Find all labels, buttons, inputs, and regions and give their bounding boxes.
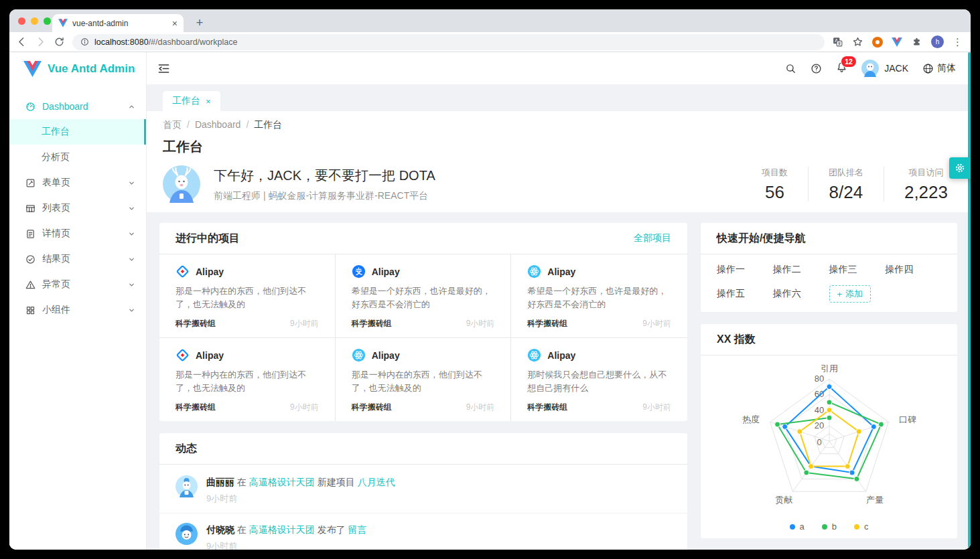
new-tab-button[interactable]: + bbox=[192, 15, 208, 31]
breadcrumb-item-首页[interactable]: 首页 bbox=[163, 119, 182, 131]
sidebar-item-dashboard[interactable]: Dashboard bbox=[9, 94, 146, 119]
site-info-icon[interactable] bbox=[80, 37, 89, 46]
add-operation-button[interactable]: +添加 bbox=[829, 285, 871, 303]
projects-card-header: 进行中的项目 全部项目 bbox=[159, 223, 687, 254]
sidebar-subitem-工作台[interactable]: 工作台 bbox=[9, 119, 146, 145]
extension-orange-icon[interactable] bbox=[872, 37, 883, 48]
scrollbar-thumb[interactable] bbox=[968, 52, 971, 548]
quick-op-link[interactable]: 操作二 bbox=[773, 264, 829, 276]
table-icon bbox=[25, 204, 36, 214]
quick-op-link[interactable]: 操作四 bbox=[885, 264, 941, 276]
alipay-icon bbox=[352, 264, 366, 278]
close-window-button[interactable] bbox=[18, 17, 25, 25]
project-card[interactable]: Alipay那是一种内在的东西，他们到达不了，也无法触及的科学搬砖组9小时前 bbox=[159, 338, 336, 421]
sidebar-item-group-1[interactable]: 表单页 bbox=[9, 170, 146, 195]
project-group-link[interactable]: 科学搬砖组 bbox=[176, 318, 216, 329]
sidebar-item-label: 列表页 bbox=[42, 202, 70, 214]
project-description: 那是一种内在的东西，他们到达不了，也无法触及的 bbox=[176, 368, 319, 395]
project-group-link[interactable]: 科学搬砖组 bbox=[527, 318, 567, 329]
quick-op-link[interactable]: 操作六 bbox=[773, 288, 829, 300]
browser-profile-avatar[interactable]: h bbox=[931, 35, 944, 48]
search-icon[interactable] bbox=[785, 63, 796, 74]
sidebar-item-group-2[interactable]: 列表页 bbox=[9, 195, 146, 221]
activity-link[interactable]: 八月迭代 bbox=[358, 477, 395, 487]
add-operation-label: 添加 bbox=[845, 288, 863, 300]
radar-card-header: XX 指数 bbox=[701, 324, 957, 355]
quick-op-link[interactable]: 操作三 bbox=[829, 264, 886, 276]
activity-time: 9小时前 bbox=[206, 493, 395, 505]
project-group-link[interactable]: 科学搬砖组 bbox=[352, 318, 392, 329]
project-card[interactable]: Alipay那是一种内在的东西，他们到达不了，也无法触及的科学搬砖组9小时前 bbox=[336, 338, 512, 421]
activity-card-title: 动态 bbox=[176, 442, 197, 456]
minimize-window-button[interactable] bbox=[31, 17, 38, 25]
project-group-link[interactable]: 科学搬砖组 bbox=[352, 402, 392, 413]
project-footer: 科学搬砖组9小时前 bbox=[527, 318, 671, 329]
forward-icon[interactable] bbox=[35, 36, 46, 48]
project-name: Alipay bbox=[547, 266, 575, 277]
legend-item-a[interactable]: a bbox=[790, 522, 804, 532]
project-name: Alipay bbox=[372, 266, 400, 277]
activity-link[interactable]: 留言 bbox=[348, 524, 367, 535]
project-name-row: Alipay bbox=[352, 348, 495, 362]
breadcrumb-item-Dashboard[interactable]: Dashboard bbox=[195, 119, 241, 131]
user-menu[interactable]: JACK bbox=[861, 60, 908, 77]
sidebar-item-group-4[interactable]: 结果页 bbox=[9, 246, 146, 272]
app-header: 12 JACK 简体 bbox=[147, 52, 971, 84]
vue-devtools-icon[interactable] bbox=[892, 37, 902, 47]
browser-tab-title: vue-antd-admin bbox=[72, 19, 167, 28]
activity-link[interactable]: 高逼格设计天团 bbox=[249, 524, 315, 535]
extensions-puzzle-icon[interactable] bbox=[911, 36, 922, 48]
browser-menu-icon[interactable]: ⋮ bbox=[953, 37, 963, 47]
all-projects-link[interactable]: 全部项目 bbox=[634, 232, 671, 244]
notification-badge: 12 bbox=[841, 56, 856, 68]
warning-icon bbox=[25, 280, 36, 290]
radar-axis-label: 热度 bbox=[742, 414, 760, 424]
project-name-row: Alipay bbox=[527, 348, 671, 362]
browser-tab[interactable]: vue-antd-admin × bbox=[52, 14, 184, 32]
project-group-link[interactable]: 科学搬砖组 bbox=[176, 402, 216, 413]
sidebar-item-group-5[interactable]: 异常页 bbox=[9, 272, 146, 297]
theme-settings-button[interactable] bbox=[949, 157, 971, 179]
bookmark-star-icon[interactable] bbox=[852, 36, 863, 48]
project-description: 那是一种内在的东西，他们到达不了，也无法触及的 bbox=[352, 368, 495, 395]
project-updated-time: 9小时前 bbox=[290, 318, 319, 329]
project-footer: 科学搬砖组9小时前 bbox=[352, 402, 495, 413]
sidebar-item-group-6[interactable]: 小组件 bbox=[9, 297, 146, 323]
reload-icon[interactable] bbox=[54, 36, 65, 48]
sidebar-item-label: 小组件 bbox=[42, 304, 70, 316]
app-logo: Vue Antd Admin bbox=[9, 52, 146, 86]
back-icon[interactable] bbox=[16, 36, 27, 48]
page-tab-工作台[interactable]: 工作台× bbox=[163, 91, 220, 111]
page-tab-close-icon[interactable]: × bbox=[206, 97, 211, 106]
activity-link[interactable]: 高逼格设计天团 bbox=[249, 477, 315, 487]
stat-value: 2,223 bbox=[904, 183, 948, 202]
menu-fold-icon[interactable] bbox=[157, 62, 170, 75]
project-group-link[interactable]: 科学搬砖组 bbox=[527, 402, 567, 413]
url-host: localhost:8080 bbox=[94, 37, 149, 47]
project-name-row: Alipay bbox=[176, 264, 319, 278]
quick-op-link[interactable]: 操作一 bbox=[717, 264, 773, 276]
breadcrumb-separator: / bbox=[246, 119, 249, 131]
page-scroll-area: 首页/Dashboard/工作台 工作台 下午好，JACK，要不要打一把 DOT… bbox=[147, 111, 971, 550]
sidebar-item-group-3[interactable]: 详情页 bbox=[9, 221, 146, 246]
maximize-window-button[interactable] bbox=[44, 17, 51, 25]
user-name: JACK bbox=[884, 63, 908, 74]
sidebar-subitem-分析页[interactable]: 分析页 bbox=[9, 145, 146, 170]
tab-close-icon[interactable]: × bbox=[172, 19, 178, 28]
quick-op-link[interactable]: 操作五 bbox=[717, 288, 773, 300]
legend-item-b[interactable]: b bbox=[822, 522, 837, 532]
translate-icon[interactable]: A bbox=[832, 36, 843, 48]
legend-item-c[interactable]: c bbox=[854, 522, 869, 532]
sidebar-item-label: Dashboard bbox=[42, 101, 88, 112]
project-card[interactable]: Alipay希望是一个好东西，也许是最好的，好东西是不会消亡的科学搬砖组9小时前 bbox=[511, 254, 687, 338]
sidebar-subitem-label: 分析页 bbox=[42, 151, 70, 163]
radar-point-c bbox=[797, 429, 802, 434]
project-card[interactable]: Alipay那时候我只会想自己想要什么，从不想自己拥有什么科学搬砖组9小时前 bbox=[511, 338, 687, 421]
address-bar[interactable]: localhost:8080/#/dashboard/workplace bbox=[72, 34, 825, 50]
help-icon[interactable] bbox=[811, 63, 822, 74]
notification-bell[interactable]: 12 bbox=[836, 62, 847, 76]
project-card[interactable]: Alipay希望是一个好东西，也许是最好的，好东西是不会消亡的科学搬砖组9小时前 bbox=[336, 254, 512, 338]
browser-tab-strip: vue-antd-admin × + bbox=[9, 9, 971, 32]
language-switcher[interactable]: 简体 bbox=[922, 62, 956, 74]
project-card[interactable]: Alipay那是一种内在的东西，他们到达不了，也无法触及的科学搬砖组9小时前 bbox=[159, 254, 336, 338]
